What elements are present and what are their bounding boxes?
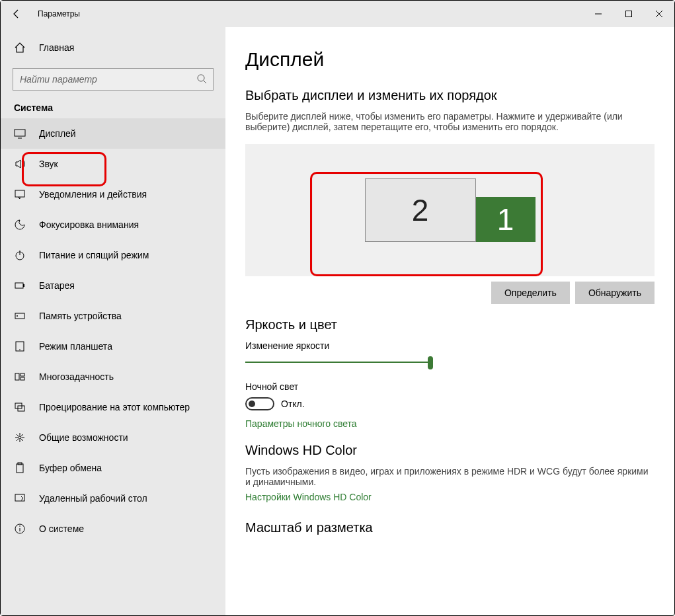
shared-icon <box>14 432 26 443</box>
svg-rect-31 <box>17 464 23 473</box>
nav-power[interactable]: Питание и спящий режим <box>1 240 225 270</box>
nav-about[interactable]: О системе <box>1 514 225 544</box>
svg-line-28 <box>21 439 23 441</box>
window-title: Параметры <box>38 9 80 19</box>
nav-label: Дисплей <box>39 128 76 139</box>
tablet-icon <box>14 340 26 352</box>
multitask-icon <box>14 371 26 383</box>
notifications-icon <box>14 188 26 200</box>
svg-point-4 <box>198 75 204 81</box>
nav-label: О системе <box>39 523 84 534</box>
power-icon <box>14 249 26 261</box>
home-label: Главная <box>39 42 74 53</box>
nav-label: Многозадачность <box>39 371 114 382</box>
svg-rect-33 <box>15 494 24 501</box>
hdcolor-title: Windows HD Color <box>245 443 655 458</box>
home-button[interactable]: Главная <box>1 32 225 63</box>
clipboard-icon <box>14 462 26 474</box>
close-button[interactable] <box>644 1 674 27</box>
maximize-button[interactable] <box>614 1 644 27</box>
svg-rect-11 <box>15 283 23 288</box>
nav-notifications[interactable]: Уведомления и действия <box>1 179 225 210</box>
nav-tablet[interactable]: Режим планшета <box>1 331 225 362</box>
nav-battery[interactable]: Батарея <box>1 270 225 301</box>
night-light-settings-link[interactable]: Параметры ночного света <box>245 418 357 429</box>
search-icon <box>196 73 207 87</box>
nav-label: Буфер обмена <box>39 463 102 473</box>
arrange-desc: Выберите дисплей ниже, чтобы изменить ег… <box>245 111 655 132</box>
nav-display[interactable]: Дисплей <box>1 118 225 149</box>
nav-label: Фокусировка внимания <box>39 219 139 230</box>
svg-rect-8 <box>15 190 24 197</box>
search-input[interactable] <box>13 68 214 91</box>
nav-project[interactable]: Проецирование на этот компьютер <box>1 392 225 422</box>
svg-rect-12 <box>23 284 24 287</box>
svg-line-27 <box>17 434 19 436</box>
about-icon <box>14 523 26 535</box>
identify-button[interactable]: Определить <box>491 282 570 304</box>
nav-remote[interactable]: Удаленный рабочий стол <box>1 483 225 514</box>
svg-line-5 <box>204 81 206 83</box>
brightness-title: Яркость и цвет <box>245 317 655 332</box>
nav-label: Уведомления и действия <box>39 189 147 200</box>
svg-point-36 <box>19 525 20 527</box>
minimize-button[interactable] <box>583 1 614 27</box>
svg-rect-19 <box>20 377 24 380</box>
hdcolor-desc: Пусть изображения в видео, играх и прило… <box>245 466 655 487</box>
nav-multitask[interactable]: Многозадачность <box>1 362 225 392</box>
display-icon <box>14 128 26 139</box>
group-title: Система <box>1 102 225 113</box>
nav-storage[interactable]: Память устройства <box>1 301 225 331</box>
battery-icon <box>14 280 26 291</box>
hdcolor-link[interactable]: Настройки Windows HD Color <box>245 492 372 502</box>
focus-icon <box>14 219 26 231</box>
content-pane: Дисплей Выбрать дисплеи и изменить их по… <box>225 27 674 615</box>
brightness-slider[interactable] <box>245 355 430 371</box>
svg-rect-6 <box>15 130 25 136</box>
toggle-state: Откл. <box>281 399 305 409</box>
monitor-2[interactable]: 2 <box>365 178 476 242</box>
brightness-slider-label: Изменение яркости <box>245 340 655 351</box>
nav-label: Режим планшета <box>39 341 112 352</box>
svg-line-30 <box>17 439 19 441</box>
remote-icon <box>14 492 26 504</box>
arrange-title: Выбрать дисплеи и изменить их порядок <box>245 88 655 103</box>
display-arrangement-area[interactable]: 2 1 <box>245 144 655 276</box>
svg-point-16 <box>19 349 20 350</box>
nav-label: Общие возможности <box>39 432 128 443</box>
nav-focus[interactable]: Фокусировка внимания <box>1 210 225 240</box>
svg-point-22 <box>19 436 21 439</box>
night-light-toggle[interactable] <box>245 397 274 410</box>
nav-label: Батарея <box>39 280 75 291</box>
nav-label: Звук <box>39 159 58 169</box>
back-button[interactable] <box>1 1 32 27</box>
nav-clipboard[interactable]: Буфер обмена <box>1 453 225 483</box>
svg-rect-18 <box>20 373 24 376</box>
nav-shared[interactable]: Общие возможности <box>1 422 225 453</box>
storage-icon <box>14 310 26 322</box>
svg-line-29 <box>21 434 23 436</box>
sidebar: Главная Система Дисплей Звук Уведомления… <box>1 27 225 615</box>
titlebar: Параметры <box>1 1 674 27</box>
nav-label: Память устройства <box>39 311 122 321</box>
nav-sound[interactable]: Звук <box>1 149 225 179</box>
scale-title: Масштаб и разметка <box>245 520 655 535</box>
night-light-label: Ночной свет <box>245 381 655 392</box>
svg-point-14 <box>17 315 18 317</box>
monitor-1[interactable]: 1 <box>476 197 536 242</box>
project-icon <box>14 401 26 413</box>
svg-rect-1 <box>626 11 632 17</box>
home-icon <box>14 42 26 54</box>
sound-icon <box>14 158 26 170</box>
svg-rect-17 <box>15 373 19 380</box>
nav-label: Удаленный рабочий стол <box>39 493 147 504</box>
page-title: Дисплей <box>245 48 655 71</box>
detect-button[interactable]: Обнаружить <box>575 282 655 304</box>
nav-label: Проецирование на этот компьютер <box>39 402 190 412</box>
nav-label: Питание и спящий режим <box>39 250 149 260</box>
